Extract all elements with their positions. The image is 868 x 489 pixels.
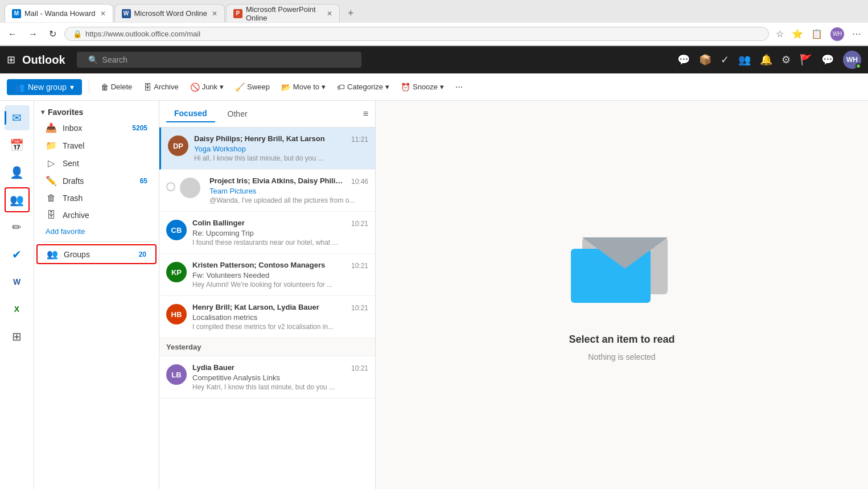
- people-add-icon: 👥: [15, 83, 24, 92]
- search-bar[interactable]: 🔍 Search: [77, 52, 361, 68]
- notification-icon[interactable]: 🔔: [760, 54, 772, 66]
- travel-label: Travel: [63, 141, 147, 150]
- sent-icon: ▷: [46, 158, 57, 169]
- email-sender-2: Project Iris; Elvia Atkins, Daisy Philip…: [209, 176, 347, 185]
- email-time-4: 10:21: [351, 262, 368, 270]
- add-favorite-link[interactable]: Add favorite: [36, 224, 157, 239]
- inbox-label: Inbox: [63, 124, 132, 133]
- add-favorite-label: Add favorite: [46, 227, 85, 236]
- archive-label: Archive: [63, 211, 147, 220]
- junk-label: Junk: [202, 83, 217, 91]
- email-time-1: 11:21: [351, 135, 368, 143]
- email-item-2[interactable]: Project Iris; Elvia Atkins, Daisy Philip…: [159, 170, 375, 212]
- nav-excel[interactable]: X: [5, 297, 30, 322]
- apps-nav-icon: ⊞: [12, 330, 22, 343]
- email-content-2: Project Iris; Elvia Atkins, Daisy Philip…: [209, 176, 368, 204]
- archive-button[interactable]: 🗄 Archive: [139, 80, 183, 94]
- junk-button[interactable]: 🚫 Junk ▾: [186, 80, 228, 94]
- delete-icon: 🗑: [101, 83, 109, 92]
- new-group-label: New group: [28, 83, 67, 92]
- notes-nav-icon: ✏: [12, 220, 22, 234]
- sweep-button[interactable]: 🧹 Sweep: [231, 80, 274, 94]
- other-tab[interactable]: Other: [220, 106, 256, 122]
- email-time-2: 10:46: [351, 178, 368, 186]
- email-time-3: 10:21: [351, 220, 368, 228]
- forward-button[interactable]: →: [25, 27, 41, 42]
- tab-close-3[interactable]: ✕: [327, 10, 332, 18]
- browser-tab-3[interactable]: P Microsoft PowerPoint Online ✕: [226, 4, 340, 22]
- filter-icon[interactable]: ≡: [363, 109, 368, 119]
- snooze-button[interactable]: ⏰ Snooze ▾: [396, 80, 449, 94]
- add-people-icon[interactable]: 👥: [738, 54, 751, 66]
- archive-icon: 🗄: [143, 83, 151, 92]
- email-item-1[interactable]: DP Daisy Philips; Henry Brill, Kat Larso…: [159, 128, 375, 170]
- new-group-button[interactable]: 👥 New group ▾: [7, 79, 82, 95]
- flag-icon[interactable]: 🚩: [800, 54, 812, 66]
- snooze-chevron: ▾: [440, 83, 444, 91]
- focused-tab[interactable]: Focused: [166, 105, 215, 122]
- favorites-section-header[interactable]: ▾ Favorites: [34, 105, 159, 119]
- sidebar-item-archive[interactable]: 🗄 Archive: [36, 207, 157, 224]
- todo-nav-icon: ✔: [12, 248, 22, 261]
- tab-close-2[interactable]: ✕: [212, 10, 217, 18]
- categorize-label: Categorize: [347, 83, 383, 91]
- sidebar-item-drafts[interactable]: ✏️ Drafts 65: [36, 172, 157, 190]
- nav-todo[interactable]: ✔: [5, 242, 30, 267]
- chat-icon[interactable]: 💬: [677, 54, 690, 66]
- email-item-3[interactable]: CB Colin Ballinger 10:21 Re: Upcoming Tr…: [159, 212, 375, 254]
- favorites-bar-icon[interactable]: ⭐: [789, 26, 805, 42]
- address-bar[interactable]: 🔒 https://www.outlook.office.com/mail: [64, 27, 769, 41]
- more-actions-button[interactable]: ⋯: [451, 80, 467, 93]
- waffle-icon[interactable]: ⊞: [7, 54, 15, 66]
- email-radio-2[interactable]: [166, 182, 175, 191]
- mail-nav-icon: ✉: [12, 111, 22, 125]
- browser-tab-2[interactable]: W Microsoft Word Online ✕: [114, 4, 225, 22]
- move-to-button[interactable]: 📂 Move to ▾: [277, 80, 330, 94]
- app-title: Outlook: [22, 54, 65, 67]
- search-placeholder: Search: [102, 55, 127, 64]
- office-apps-icon[interactable]: 📦: [699, 54, 711, 66]
- sidebar-item-inbox[interactable]: 📥 Inbox 5205: [36, 119, 157, 137]
- sidebar-item-groups[interactable]: 👥 Groups 20: [36, 244, 157, 264]
- refresh-button[interactable]: ↻: [46, 26, 60, 42]
- people-nav-icon: 👤: [10, 166, 24, 179]
- drafts-label: Drafts: [63, 176, 140, 186]
- email-item-4[interactable]: KP Kristen Patterson; Contoso Managers 1…: [159, 254, 375, 296]
- categorize-button[interactable]: 🏷 Categorize ▾: [332, 80, 394, 94]
- email-item-6[interactable]: LB Lydia Bauer 10:21 Competitive Analysi…: [159, 356, 375, 398]
- email-preview-5: I compiled these metrics for v2 localisa…: [192, 323, 368, 331]
- email-item-5[interactable]: HB Henry Brill; Kat Larson, Lydia Bauer …: [159, 296, 375, 338]
- excel-nav-icon: X: [14, 305, 19, 314]
- travel-icon: 📁: [46, 140, 57, 151]
- sidebar-item-travel[interactable]: 📁 Travel: [36, 137, 157, 154]
- delete-label: Delete: [111, 83, 133, 91]
- feedback-icon[interactable]: 💬: [821, 54, 834, 66]
- sidebar-item-sent[interactable]: ▷ Sent: [36, 154, 157, 172]
- nav-people[interactable]: 👤: [5, 160, 30, 185]
- profile-icon[interactable]: WH: [828, 25, 846, 43]
- email-content-5: Henry Brill; Kat Larson, Lydia Bauer 10:…: [192, 303, 368, 331]
- sidebar-item-trash[interactable]: 🗑 Trash: [36, 190, 157, 207]
- browser-tab-1[interactable]: M Mail - Wanda Howard ✕: [5, 4, 113, 22]
- user-avatar[interactable]: WH: [843, 51, 861, 69]
- new-tab-button[interactable]: +: [343, 5, 359, 22]
- favorites-icon[interactable]: ☆: [774, 26, 786, 42]
- nav-notes[interactable]: ✏: [5, 215, 30, 240]
- nav-mail[interactable]: ✉: [5, 105, 30, 130]
- nav-apps[interactable]: ⊞: [5, 324, 30, 349]
- groups-nav-icon: 👥: [10, 193, 24, 207]
- delete-button[interactable]: 🗑 Delete: [96, 80, 137, 94]
- more-options-icon[interactable]: ⋯: [850, 26, 863, 42]
- nav-word[interactable]: W: [5, 269, 30, 294]
- settings-icon[interactable]: ⚙: [781, 54, 791, 66]
- tab-close-1[interactable]: ✕: [100, 10, 106, 18]
- avatar-initials: WH: [846, 56, 858, 64]
- email-preview-1: Hi all, I know this last minute, but do …: [194, 154, 368, 162]
- back-button[interactable]: ←: [5, 27, 20, 42]
- nav-calendar[interactable]: 📅: [5, 133, 30, 158]
- checkmark-icon[interactable]: ✓: [721, 54, 729, 66]
- avatar-cb: CB: [166, 220, 187, 240]
- new-group-chevron: ▾: [70, 83, 74, 92]
- collections-icon[interactable]: 📋: [809, 26, 825, 42]
- nav-groups[interactable]: 👥: [5, 187, 30, 212]
